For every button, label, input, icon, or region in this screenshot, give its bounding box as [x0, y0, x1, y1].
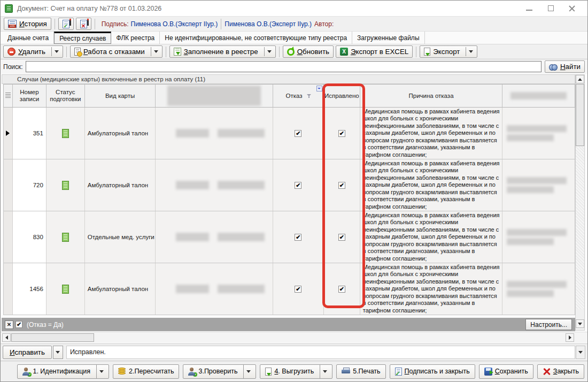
column-header-status[interactable]: Статус подготовки: [47, 85, 85, 107]
table-row[interactable]: 1456Амбулаторный талон✔✔Медицинская помо…: [3, 263, 575, 315]
search-bar: Поиск: Найти: [1, 59, 587, 74]
bottom-action-button-1[interactable]: ✓1. Идентификация: [17, 364, 109, 379]
chevron-down-icon: [578, 351, 583, 354]
refusal-checkbox[interactable]: ✔: [295, 286, 301, 293]
refusal-reason-cell: Медицинская помощь в рамках кабинета вед…: [360, 108, 503, 159]
refresh-button[interactable]: Обновить: [283, 45, 334, 58]
export-button-label: Экспорт: [433, 48, 460, 56]
bottom-action-dropdown[interactable]: [96, 365, 104, 378]
coins-icon: [118, 368, 126, 375]
search-input[interactable]: [26, 61, 541, 72]
minimize-button[interactable]: [525, 5, 533, 12]
filter-close-button[interactable]: ✕: [5, 320, 13, 329]
redacted-cell-right: [502, 159, 575, 211]
corrected-cell: ✔: [324, 263, 360, 315]
export-excel-button[interactable]: X Экспорт в EXCEL: [336, 45, 413, 58]
bottom-action-button-8[interactable]: Закрыть: [537, 364, 584, 379]
table-row[interactable]: 830Отдельные мед. услуги✔✔Медицинская по…: [3, 211, 575, 263]
author-label: Автор:: [314, 20, 334, 28]
close-icon: [569, 5, 575, 12]
column-header-card-type[interactable]: Вид карты: [85, 85, 156, 107]
column-filter-button[interactable]: [316, 86, 322, 91]
bottom-action-button-4[interactable]: 4. Выгрузить: [260, 364, 332, 379]
bottom-action-button-6[interactable]: Подписать и закрыть: [390, 364, 475, 379]
delete-dropdown[interactable]: [51, 47, 59, 56]
title-bar: Документ: Счет на оплату №778 от 01.03.2…: [1, 1, 587, 17]
filter-enabled-checkbox[interactable]: ✔: [16, 321, 22, 328]
column-header-number[interactable]: Номер записи: [13, 85, 47, 107]
column-header-reason[interactable]: Причина отказа: [360, 85, 503, 107]
fill-registry-button[interactable]: Заполнение в реестре: [169, 45, 276, 58]
card-type-cell: Отдельные мед. услуги: [85, 211, 156, 263]
redacted-block: [176, 181, 209, 189]
scroll-up-button[interactable]: [576, 75, 584, 83]
tab-label: Загруженные файлы: [357, 34, 419, 42]
maximize-button[interactable]: [547, 5, 554, 12]
signature-toolbar: История ✓ ✕ Подпись: Пименова О.В.(Экспе…: [1, 17, 587, 32]
filter-condition: (Отказ = Да): [27, 321, 64, 328]
column-header-redacted[interactable]: [156, 85, 273, 107]
correct-dropdown[interactable]: [53, 346, 63, 359]
column-header-refusal[interactable]: Отказ: [273, 85, 324, 107]
sign-button[interactable]: ✓: [58, 18, 74, 30]
delete-button[interactable]: Удалить: [3, 45, 63, 58]
column-header-corrected[interactable]: Исправлено: [324, 85, 360, 107]
tab-3[interactable]: ФЛК реестра: [111, 32, 160, 44]
correct-panel: Исправить Исправлен.: [1, 343, 587, 360]
tab-1[interactable]: Данные счета: [3, 32, 54, 44]
vertical-scrollbar-track[interactable]: [576, 147, 584, 309]
close-red-icon: [543, 368, 551, 376]
corrected-checkbox[interactable]: ✔: [338, 130, 345, 137]
refusals-dropdown[interactable]: [151, 47, 158, 56]
table-row[interactable]: 720Амбулаторный талон✔✔Медицинская помощ…: [3, 159, 575, 211]
vertical-scrollbar-thumb[interactable]: [576, 84, 584, 146]
fill-registry-dropdown[interactable]: [264, 47, 272, 56]
corrected-checkbox[interactable]: ✔: [338, 286, 345, 293]
history-button[interactable]: История: [4, 18, 51, 30]
horizontal-scrollbar[interactable]: [1, 332, 587, 343]
export-excel-button-label: Экспорт в EXCEL: [351, 48, 408, 56]
record-number-cell: 720: [13, 159, 47, 211]
export-dropdown[interactable]: [466, 47, 473, 56]
export-button[interactable]: Экспорт: [420, 45, 477, 58]
check-badge-icon: ✓: [27, 372, 32, 377]
bottom-action-dropdown[interactable]: [320, 365, 327, 378]
record-number-cell: 1456: [13, 263, 47, 315]
column-header-redacted-2[interactable]: [502, 85, 575, 107]
tab-5[interactable]: Загруженные файлы: [352, 32, 424, 44]
corrected-checkbox[interactable]: ✔: [338, 234, 345, 241]
refusal-checkbox[interactable]: ✔: [295, 182, 301, 189]
find-button[interactable]: Найти: [545, 60, 585, 73]
delete-button-label: Удалить: [18, 48, 45, 56]
refusals-button[interactable]: Работа с отказами: [70, 45, 163, 58]
tab-4[interactable]: Не идентифицированные, не соответствующи…: [160, 32, 352, 44]
table-row[interactable]: 351Амбулаторный талон✔✔Медицинская помощ…: [3, 108, 575, 159]
horizontal-scrollbar-thumb[interactable]: [11, 333, 94, 342]
correct-button[interactable]: Исправить: [3, 346, 52, 359]
scroll-left-button[interactable]: [2, 333, 11, 342]
bottom-action-button-3[interactable]: ✓3.Проверить: [183, 364, 256, 379]
row-indicator-header[interactable]: [4, 85, 13, 107]
close-button[interactable]: [568, 5, 576, 12]
corrected-checkbox[interactable]: ✔: [338, 182, 345, 189]
tab-2[interactable]: Реестр случаев: [54, 32, 111, 44]
bottom-action-button-5[interactable]: 5.Печать: [336, 364, 385, 379]
redacted-block: [507, 229, 567, 236]
refusal-checkbox[interactable]: ✔: [295, 234, 301, 241]
bottom-action-button-2[interactable]: 2.Пересчитать: [113, 364, 179, 379]
correct-combo-button[interactable]: [576, 346, 585, 359]
scroll-down-button[interactable]: [576, 319, 584, 328]
vertical-scrollbar[interactable]: [575, 74, 585, 331]
refusal-checkbox[interactable]: ✔: [295, 130, 301, 137]
signature-label: Подпись:: [102, 20, 129, 28]
scroll-right-button[interactable]: [566, 333, 574, 342]
filter-configure-button[interactable]: Настроить...: [525, 319, 572, 330]
status-green-doc-icon: [62, 129, 69, 138]
correct-status-field[interactable]: Исправлен.: [66, 346, 575, 359]
bottom-action-button-7[interactable]: Сохранить: [479, 364, 533, 379]
refusal-reason-cell: Медицинская помощь в рамках кабинета вед…: [360, 211, 503, 263]
unsign-button[interactable]: ✕: [76, 18, 91, 30]
table-body: 351Амбулаторный талон✔✔Медицинская помощ…: [3, 108, 575, 315]
bottom-action-dropdown[interactable]: [243, 365, 251, 378]
filter-funnel-icon[interactable]: [307, 94, 311, 98]
